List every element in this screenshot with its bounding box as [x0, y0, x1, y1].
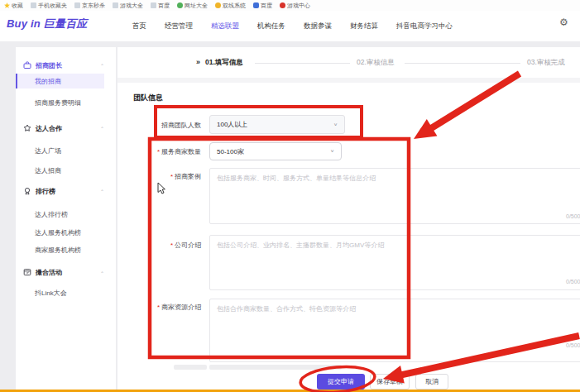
step-review-done: 03.审核完成 [527, 58, 565, 68]
field-label-company: 公司介绍 [133, 241, 201, 250]
bookmark-label: 双线系统 [223, 2, 246, 10]
chevron-up-icon: ⌃ [100, 270, 104, 275]
sidebar-item-service-fee-detail[interactable]: 招商服务费明细 [16, 95, 116, 110]
sidebar-item-talent-plaza[interactable]: 达人广场 [16, 143, 116, 158]
bookmark-item[interactable]: 双线系统 [215, 2, 246, 10]
sidebar-group-matchmaking[interactable]: 撮合活动 ⌃ [16, 265, 116, 280]
bookmark-item[interactable]: 游戏中心 [280, 2, 310, 10]
step-review-info: 02.审核信息 [357, 58, 395, 68]
case-char-counter: 0/500 [566, 213, 580, 219]
globe-icon [177, 2, 183, 8]
nav-item-learning[interactable]: 抖音电商学习中心 [396, 22, 453, 31]
game-icon [215, 2, 221, 8]
nav-item-manage[interactable]: 经营管理 [165, 22, 193, 31]
merchant-count-select[interactable]: 50-100家 ∨ [209, 142, 342, 160]
bookmark-item[interactable]: 百度 [151, 2, 170, 10]
bookmark-item[interactable]: 收藏 [4, 2, 23, 10]
nav-item-finance[interactable]: 财务结算 [350, 22, 378, 31]
merchant-count-value: 50-100家 [217, 147, 244, 156]
sidebar-group-label: 招商团长 [36, 61, 62, 70]
sidebar-group-talent-coop[interactable]: 达人合作 ⌃ [16, 121, 116, 136]
sidebar-item-label: 达人排行榜 [35, 210, 68, 219]
sidebar-item-label: 达人服务机构榜 [35, 228, 81, 237]
bookmark-label: 百度 [158, 2, 170, 10]
submit-button[interactable]: 提交申请 [317, 374, 365, 390]
sidebar-group-label: 排行榜 [36, 187, 55, 196]
briefcase-icon [23, 61, 31, 69]
sidebar-item-label: 商家服务机构榜 [35, 246, 81, 255]
sidebar-item-talent-agency-ranking[interactable]: 达人服务机构榜 [16, 225, 116, 240]
field-label-case: 招商案例 [133, 172, 201, 181]
nav-item-home[interactable]: 首页 [132, 22, 146, 31]
bookmark-item[interactable]: 手机收藏夹 [31, 2, 67, 10]
bookmark-label: 网址大全 [185, 2, 208, 10]
bookmark-item[interactable]: 百度 [253, 2, 272, 10]
sidebar: 招商团长 ⌃ 我的招商 招商服务费明细 达人合作 ⌃ 达人广场 达人招商 排行榜… [16, 47, 116, 390]
chevron-up-icon: ⌃ [100, 126, 104, 131]
folder-icon [113, 2, 118, 8]
sidebar-item-label: 我的招商 [35, 77, 61, 86]
team-size-select[interactable]: 100人以上 ∨ [209, 115, 345, 134]
sidebar-item-label: 招商服务费明细 [35, 98, 81, 108]
company-placeholder: 包括公司介绍、业内排名、主播群数量、月均GMV等介绍 [217, 241, 384, 249]
bookmarks-bar: 收藏 手机收藏夹 京东秒杀 游戏大全 百度 网址大全 双线系统 百度 游戏中心 [0, 0, 580, 11]
bookmark-label: 京东秒杀 [82, 2, 105, 10]
nav-item-data[interactable]: 数据参谋 [304, 22, 332, 31]
calendar-icon [23, 268, 31, 276]
game-icon [280, 2, 285, 8]
step-divider [255, 63, 350, 64]
field-label-team-size: 招商团队人数 [133, 121, 201, 130]
app-logo[interactable]: Buy in 巨量百应 [7, 17, 88, 31]
bookmark-label: 百度 [261, 2, 272, 10]
bookmark-item[interactable]: 京东秒杀 [74, 2, 105, 10]
divider-band [117, 78, 580, 83]
faded-field-value [209, 365, 342, 370]
bookmark-label: 手机收藏夹 [38, 2, 67, 10]
top-nav: 首页 经营管理 精选联盟 机构任务 数据参谋 财务结算 抖音电商学习中心 [132, 11, 453, 41]
sidebar-item-merchant-agency-ranking[interactable]: 商家服务机构榜 [16, 242, 116, 257]
stepper-chevron-icon: » [196, 58, 200, 66]
step-divider [405, 63, 520, 64]
sidebar-group-label: 撮合活动 [36, 268, 62, 277]
field-label-resources: 商家资源介绍 [133, 303, 201, 312]
field-label-merchant-count: 服务商家数量 [133, 147, 201, 156]
medal-icon [23, 187, 31, 195]
bookmark-item[interactable]: 游戏大全 [113, 2, 143, 10]
faded-field-label [174, 365, 207, 370]
sidebar-item-doulink[interactable]: 抖Link大会 [16, 285, 116, 300]
star-icon [4, 2, 10, 8]
bookmark-label: 收藏 [12, 2, 23, 10]
bookmark-label: 游戏中心 [287, 2, 310, 10]
chevron-up-icon: ⌃ [100, 63, 104, 68]
sidebar-item-label: 达人广场 [35, 146, 61, 155]
step-fill-info: 01.填写信息 [205, 58, 243, 68]
sidebar-item-label: 抖Link大会 [35, 289, 67, 298]
section-title: 团队信息 [133, 93, 163, 103]
company-textarea[interactable]: 包括公司介绍、业内排名、主播群数量、月均GMV等介绍 [209, 235, 580, 290]
sidebar-item-label: 达人招商 [35, 166, 61, 175]
company-char-counter: 0/500 [566, 279, 580, 284]
sidebar-group-merchant-leader[interactable]: 招商团长 ⌃ [16, 58, 116, 73]
team-size-value: 100人以上 [217, 120, 247, 129]
folder-icon [151, 2, 156, 8]
case-placeholder: 包括服务商家、时间、服务方式、单量结果等信息介绍 [217, 174, 376, 182]
chevron-down-icon: ∨ [333, 122, 338, 127]
sidebar-item-my-merchant[interactable]: 我的招商 [16, 74, 104, 88]
case-textarea[interactable]: 包括服务商家、时间、服务方式、单量结果等信息介绍 [209, 168, 580, 224]
sidebar-group-rankings[interactable]: 排行榜 ⌃ [16, 184, 116, 198]
gear-icon[interactable]: ⚙ [559, 17, 568, 27]
sidebar-item-talent-merchant[interactable]: 达人招商 [16, 163, 116, 178]
resources-textarea[interactable]: 包括合作商家数量、合作方式、特色资源等介绍 [209, 299, 580, 362]
bookmark-label: 游戏大全 [120, 2, 143, 10]
resources-placeholder: 包括合作商家数量、合作方式、特色资源等介绍 [217, 305, 356, 313]
sidebar-item-talent-ranking[interactable]: 达人排行榜 [16, 207, 116, 222]
save-draft-button[interactable]: 保存草稿 [370, 374, 410, 390]
bookmark-item[interactable]: 网址大全 [177, 2, 208, 10]
cancel-button[interactable]: 取消 [415, 374, 448, 390]
folder-icon [74, 2, 80, 8]
nav-item-tasks[interactable]: 机构任务 [257, 22, 285, 31]
sidebar-group-label: 达人合作 [36, 124, 62, 133]
nav-item-alliance[interactable]: 精选联盟 [211, 22, 239, 31]
chevron-up-icon: ⌃ [100, 189, 104, 194]
folder-icon [31, 2, 36, 8]
